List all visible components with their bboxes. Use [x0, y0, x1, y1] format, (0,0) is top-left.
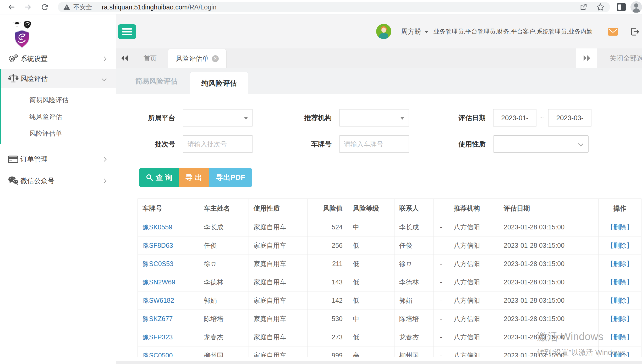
table-cell: -: [434, 273, 449, 291]
browser-forward-button[interactable]: [24, 3, 32, 12]
table-row: 豫SC0S53徐豆家庭自用车211低徐豆-八方信阳2023-01-28 03:1…: [138, 255, 641, 273]
plate-link[interactable]: 豫SW6182: [142, 297, 174, 304]
tabs-scroll-left-button[interactable]: [119, 48, 131, 68]
browser-profile-avatar[interactable]: [630, 1, 642, 13]
table-cell: 家庭自用车: [249, 273, 308, 291]
table-cell: 低: [348, 236, 394, 255]
filter-row-2: 批次号 车牌号 使用性质: [139, 134, 642, 155]
tab-pure-risk[interactable]: 纯风险评估: [190, 72, 248, 95]
share-icon: [579, 3, 588, 11]
usage-select[interactable]: [493, 135, 589, 153]
sidebar-item-wechat[interactable]: 微信公众号: [0, 170, 116, 191]
address-divider: [97, 4, 97, 10]
delete-link[interactable]: 【删除】: [607, 260, 633, 267]
side-panel-button[interactable]: [617, 3, 626, 11]
risk-assessment-submenu: 简易风险评估 纯风险评估 风险评估单: [1, 88, 116, 144]
table-cell: 530: [308, 310, 348, 328]
sidebar-item-system-settings[interactable]: 系统设置: [0, 48, 116, 69]
plate-link[interactable]: 豫SFP323: [142, 333, 173, 341]
col-actions: 操作: [599, 199, 641, 218]
table-cell: 八方信阳: [449, 328, 499, 346]
logout-button[interactable]: [630, 27, 639, 36]
col-risk-level: 风险等级: [348, 199, 394, 218]
close-all-tabs-button[interactable]: 关闭全部选: [610, 48, 642, 68]
date-to-input[interactable]: [548, 109, 591, 126]
table-cell: 2023-01-28 03:15:00: [499, 273, 599, 291]
tabs-scroll-right-button[interactable]: [576, 48, 597, 68]
chevron-right-icon: [102, 157, 106, 162]
scales-icon: [8, 74, 20, 84]
table-cell: 家庭自用车: [249, 236, 308, 255]
table-cell: -: [434, 255, 449, 273]
plate-link[interactable]: 豫SKZ677: [142, 315, 173, 322]
double-chevron-left-icon: [120, 54, 129, 62]
share-button[interactable]: [579, 3, 588, 11]
date-range-separator: ~: [540, 114, 544, 122]
divider: [136, 193, 639, 193]
logout-icon: [630, 27, 639, 36]
sidebar-subitem-pure-risk[interactable]: 纯风险评估: [1, 108, 116, 125]
delete-link[interactable]: 【删除】: [607, 297, 633, 304]
tab-close-icon[interactable]: ✕: [212, 55, 219, 62]
plate-link[interactable]: 豫SF8D63: [142, 242, 173, 249]
table-row: 豫SKZ677陈培培家庭自用车530中陈培培-八方信阳2023-01-28 03…: [138, 310, 641, 328]
browser-back-button[interactable]: [7, 3, 16, 12]
address-bar[interactable]: 不安全 ra.shiquan.51dinghuibao.com/RA/Login: [58, 2, 610, 12]
pure-risk-panel: 所属平台 推荐机构 评估日期 ~ 批次号 车牌号 使用性质: [116, 107, 642, 364]
plate-link[interactable]: 豫SN2W69: [142, 278, 175, 286]
search-button[interactable]: 查 询: [139, 168, 179, 187]
delete-link[interactable]: 【删除】: [607, 223, 633, 231]
delete-link[interactable]: 【删除】: [607, 242, 633, 249]
table-cell: 211: [308, 255, 348, 273]
delete-link[interactable]: 【删除】: [607, 333, 633, 341]
delete-link[interactable]: 【删除】: [607, 315, 633, 322]
table-cell: 陈培培: [394, 310, 434, 328]
gears-icon: [8, 54, 20, 63]
tab-risk-form[interactable]: 风险评估单 ✕: [168, 49, 227, 68]
tab-simple-risk[interactable]: 简易风险评估: [135, 68, 178, 94]
credit-card-icon: [8, 155, 20, 163]
search-icon: [146, 174, 153, 181]
chevron-down-icon: [578, 141, 583, 146]
table-cell: -: [434, 218, 449, 236]
sidebar-item-risk-assessment[interactable]: 风险评估: [1, 69, 116, 88]
plate-input[interactable]: [339, 135, 409, 153]
user-avatar[interactable]: [376, 24, 391, 39]
plate-link[interactable]: 豫SK0559: [142, 223, 172, 231]
table-row: 豫SFP323龙春杰家庭自用车273低龙春杰-八方信阳2023-01-28 03…: [138, 328, 641, 346]
table-cell: 143: [308, 273, 348, 291]
platform-select[interactable]: [183, 109, 253, 126]
brand-shield-small-logo: [23, 20, 31, 29]
wechat-icon: [8, 176, 20, 185]
table-row: 豫SK0559李长成家庭自用车524中李长成-八方信阳2023-01-28 03…: [138, 218, 641, 236]
col-agency: 推荐机构: [449, 199, 499, 218]
table-cell: 家庭自用车: [249, 218, 308, 236]
sidebar-item-label: 订单管理: [20, 155, 102, 164]
sidebar-item-order-management[interactable]: 订单管理: [0, 148, 116, 170]
sidebar-subitem-simple-risk[interactable]: 简易风险评估: [1, 91, 116, 108]
tab-label: 风险评估单: [176, 54, 209, 63]
sidebar-subitem-risk-form[interactable]: 风险评估单: [1, 125, 116, 142]
dropdown-arrow-icon: [400, 117, 404, 120]
browser-reload-button[interactable]: [40, 3, 49, 12]
batch-input[interactable]: [183, 135, 253, 153]
bookmark-star-button[interactable]: [596, 3, 605, 12]
sidebar-toggle-button[interactable]: [118, 24, 136, 39]
delete-link[interactable]: 【删除】: [607, 278, 633, 286]
export-button[interactable]: 导 出: [179, 168, 209, 187]
batch-label: 批次号: [141, 140, 175, 149]
plate-link[interactable]: 豫SC0S53: [142, 260, 173, 267]
user-menu[interactable]: 周方盼: [401, 14, 428, 48]
brand-eagle-logo: [13, 20, 21, 29]
tab-home[interactable]: 首页: [140, 48, 161, 68]
window-tabbar: 首页 风险评估单 ✕ 关闭全部选: [116, 48, 642, 68]
search-button-label: 查 询: [156, 173, 172, 183]
export-pdf-button[interactable]: 导出PDF: [209, 168, 252, 187]
plate-label: 车牌号: [297, 140, 332, 149]
agency-select[interactable]: [339, 109, 409, 126]
date-from-input[interactable]: [493, 109, 536, 126]
table-cell: -: [434, 291, 449, 310]
messages-button[interactable]: [607, 27, 618, 36]
table-row: 豫SN2W69李德林家庭自用车143低李德林-八方信阳2023-01-28 03…: [138, 273, 641, 291]
table-cell: 家庭自用车: [249, 310, 308, 328]
